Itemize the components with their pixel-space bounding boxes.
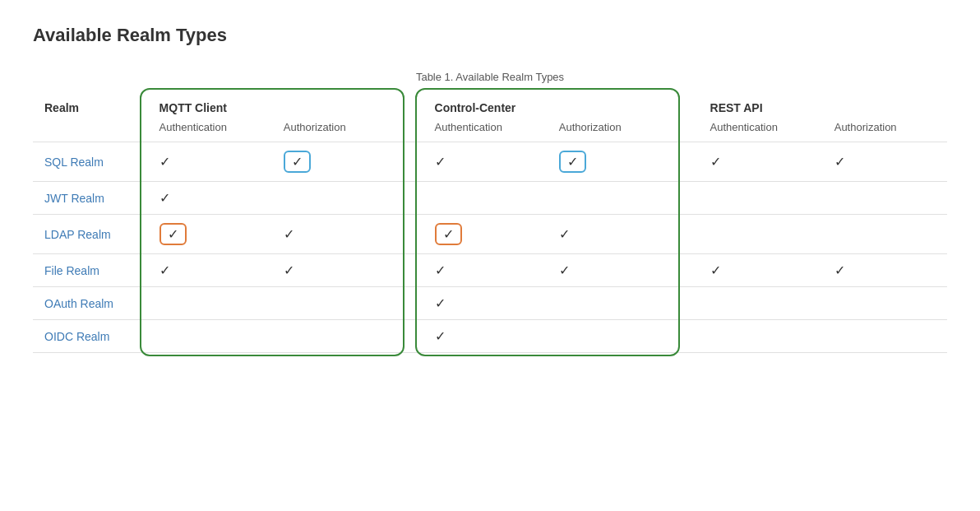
check-cell: ✓ — [823, 254, 947, 287]
check-cell: ✓ — [272, 254, 396, 287]
check-cell: ✓ — [699, 254, 823, 287]
check-cell — [548, 287, 672, 320]
check-cell — [823, 215, 947, 254]
check-mark: ✓ — [159, 155, 170, 169]
check-cell: ✓ — [272, 215, 396, 254]
group-header-row: Realm MQTT Client Control-Center REST AP… — [33, 93, 947, 118]
check-mark: ✓ — [435, 263, 446, 277]
check-mark: ✓ — [559, 263, 570, 277]
check-mark: ✓ — [292, 155, 303, 169]
table-caption: Table 1. Available Realm Types — [33, 71, 947, 83]
check-cell — [272, 320, 396, 353]
realm-name[interactable]: JWT Realm — [33, 182, 148, 215]
realm-column-label: Realm — [33, 93, 148, 118]
realm-name[interactable]: OIDC Realm — [33, 320, 148, 353]
check-cell — [823, 320, 947, 353]
check-cell: ✓ — [823, 142, 947, 182]
check-mark: ✓ — [435, 296, 446, 310]
cc-auth-subheader: Authentication — [423, 118, 548, 142]
realm-subheader — [33, 118, 148, 142]
check-cell — [823, 287, 947, 320]
check-cell: ✓ — [699, 142, 823, 182]
check-cell: ✓ — [423, 254, 548, 287]
check-cell: ✓ — [148, 215, 272, 254]
check-cell — [699, 182, 823, 215]
check-cell — [148, 287, 272, 320]
table-row: OIDC Realm✓ — [33, 320, 947, 353]
check-mark: ✓ — [834, 155, 845, 169]
realm-types-table: Realm MQTT Client Control-Center REST AP… — [33, 93, 947, 353]
check-cell: ✓ — [548, 215, 672, 254]
check-mark: ✓ — [159, 191, 170, 205]
table-row: LDAP Realm✓✓✓✓ — [33, 215, 947, 254]
table-row: SQL Realm✓✓✓✓✓✓ — [33, 142, 947, 182]
table-row: File Realm✓✓✓✓✓✓ — [33, 254, 947, 287]
check-cell — [548, 182, 672, 215]
check-cell: ✓ — [148, 254, 272, 287]
check-cell — [148, 320, 272, 353]
realm-name[interactable]: LDAP Realm — [33, 215, 148, 254]
check-cell — [423, 182, 548, 215]
check-mark: ✓ — [834, 263, 845, 277]
check-cell: ✓ — [423, 320, 548, 353]
blue-highlight-box: ✓ — [559, 151, 586, 173]
check-mark: ✓ — [567, 155, 578, 169]
orange-highlight-box: ✓ — [435, 223, 462, 245]
check-cell: ✓ — [423, 215, 548, 254]
check-cell: ✓ — [148, 182, 272, 215]
page-title: Available Realm Types — [33, 25, 947, 46]
table-container: Table 1. Available Realm Types Realm MQT… — [33, 71, 947, 353]
check-cell: ✓ — [423, 287, 548, 320]
check-cell — [699, 215, 823, 254]
check-cell — [548, 320, 672, 353]
realm-name[interactable]: File Realm — [33, 254, 148, 287]
realm-name[interactable]: OAuth Realm — [33, 287, 148, 320]
table-row: JWT Realm✓ — [33, 182, 947, 215]
realm-name[interactable]: SQL Realm — [33, 142, 148, 182]
check-mark: ✓ — [168, 227, 178, 241]
mqtt-authz-subheader: Authorization — [272, 118, 396, 142]
check-cell — [699, 320, 823, 353]
mqtt-group-header: MQTT Client — [148, 93, 396, 118]
check-mark: ✓ — [443, 227, 454, 241]
check-cell — [272, 287, 396, 320]
check-cell: ✓ — [548, 254, 672, 287]
rest-authz-subheader: Authorization — [823, 118, 947, 142]
table-row: OAuth Realm✓ — [33, 287, 947, 320]
check-cell: ✓ — [272, 142, 396, 182]
check-cell: ✓ — [148, 142, 272, 182]
check-mark: ✓ — [710, 263, 721, 277]
mqtt-auth-subheader: Authentication — [148, 118, 272, 142]
cc-authz-subheader: Authorization — [548, 118, 672, 142]
rest-auth-subheader: Authentication — [699, 118, 823, 142]
check-mark: ✓ — [435, 329, 446, 343]
cc-group-header: Control-Center — [423, 93, 672, 118]
check-mark: ✓ — [559, 227, 570, 241]
rest-group-header: REST API — [699, 93, 947, 118]
blue-highlight-box: ✓ — [284, 151, 311, 173]
check-cell — [823, 182, 947, 215]
check-mark: ✓ — [284, 263, 294, 277]
check-cell — [272, 182, 396, 215]
check-mark: ✓ — [710, 155, 721, 169]
orange-highlight-box: ✓ — [159, 223, 187, 245]
check-cell: ✓ — [423, 142, 548, 182]
check-mark: ✓ — [435, 155, 446, 169]
check-mark: ✓ — [284, 227, 294, 241]
sub-header-row: Authentication Authorization Authenticat… — [33, 118, 947, 142]
check-cell — [699, 287, 823, 320]
check-mark: ✓ — [159, 263, 170, 277]
check-cell: ✓ — [548, 142, 672, 182]
